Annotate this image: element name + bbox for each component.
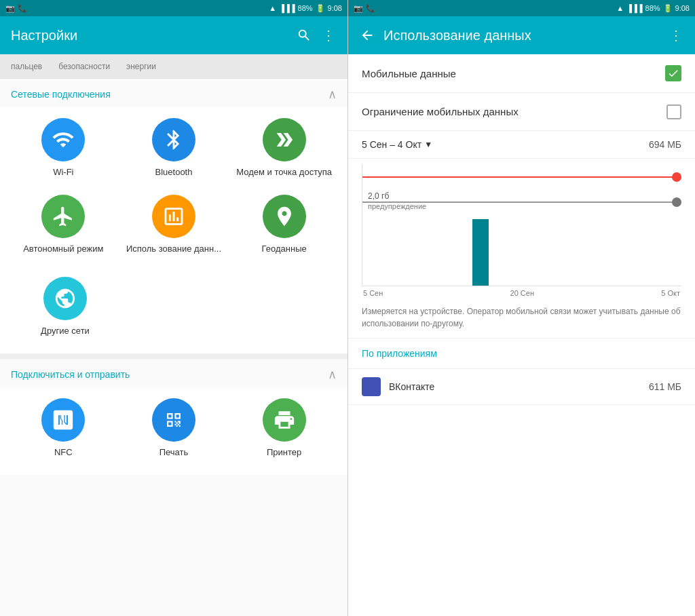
chart-area: 2,0 гб предупреждение 5 Сен 20 Сен 5 Окт bbox=[348, 159, 695, 297]
x-label-3: 5 Окт bbox=[661, 289, 680, 297]
status-bar-left: 📷 📞 ▲ ▐▐▐ 88% 🔋 9:08 bbox=[0, 0, 348, 16]
scan-cell[interactable]: Печать bbox=[121, 393, 227, 464]
connect-section-header: Подключиться и отправить ∧ bbox=[0, 359, 348, 387]
toolbar-right: Использование данных ⋮ bbox=[348, 16, 695, 54]
wifi-status-r: ▲ bbox=[616, 4, 624, 12]
chart-x-axis: 5 Сен 20 Сен 5 Окт bbox=[362, 289, 681, 297]
toolbar-title-left: Настройки bbox=[11, 28, 288, 43]
x-label-2: 20 Сен bbox=[510, 289, 534, 297]
bluetooth-icon-circle[interactable] bbox=[152, 118, 195, 161]
print-icon-circle[interactable] bbox=[263, 398, 306, 442]
info-text: Измеряется на устройстве. Оператор мобил… bbox=[348, 297, 695, 339]
bluetooth-cell[interactable]: Bluetooth bbox=[121, 113, 227, 184]
vkontakte-name: ВКонтакте bbox=[389, 381, 641, 392]
by-apps-link[interactable]: По приложениям bbox=[348, 339, 695, 369]
red-limit-line bbox=[362, 176, 681, 178]
x-label-1: 5 Сен bbox=[363, 289, 383, 297]
red-limit-dot bbox=[672, 172, 681, 182]
datausage-label: Исполь зование данн... bbox=[126, 244, 221, 255]
status-bar-right: 📷 📞 ▲ ▐▐▐ 88% 🔋 9:08 bbox=[348, 0, 695, 16]
total-data-size: 694 МБ bbox=[649, 139, 681, 150]
signal-bars: ▐▐▐ bbox=[279, 4, 295, 12]
other-networks-cell[interactable]: Другие сети bbox=[11, 271, 119, 343]
toolbar-title-right: Использование данных bbox=[383, 28, 660, 43]
datausage-cell[interactable]: Исполь зование данн... bbox=[121, 189, 227, 261]
phone-icon: 📞 bbox=[18, 4, 27, 13]
geodata-icon-circle[interactable] bbox=[263, 195, 306, 238]
limit-data-label: Ограничение мобильных данных bbox=[362, 106, 666, 117]
nfc-cell[interactable]: NFC bbox=[11, 393, 116, 464]
chevron-up-icon-2: ∧ bbox=[328, 367, 337, 382]
vkontakte-size: 611 МБ bbox=[649, 381, 681, 392]
bluetooth-label: Bluetooth bbox=[155, 167, 193, 178]
network-section-title: Сетевые подключения bbox=[11, 89, 111, 100]
vkontakte-icon bbox=[362, 377, 381, 396]
modem-icon-circle[interactable] bbox=[263, 118, 306, 161]
more-button-left[interactable]: ⋮ bbox=[320, 27, 337, 43]
mobile-data-label: Мобильные данные bbox=[362, 68, 665, 79]
modem-cell[interactable]: Модем и точка доступа bbox=[231, 113, 337, 184]
more-button-right[interactable]: ⋮ bbox=[668, 27, 684, 43]
back-button[interactable] bbox=[359, 27, 375, 43]
search-button[interactable] bbox=[296, 27, 312, 43]
battery-percent: 88% bbox=[298, 4, 313, 12]
chart-bar-1 bbox=[472, 219, 489, 286]
chevron-up-icon: ∧ bbox=[328, 87, 337, 102]
airplane-icon-circle[interactable] bbox=[41, 195, 85, 238]
scan-icon-circle[interactable] bbox=[152, 398, 195, 442]
battery-percent-r: 88% bbox=[645, 4, 660, 12]
print-cell[interactable]: Принтер bbox=[231, 393, 337, 464]
date-range-label: 5 Сен – 4 Окт ▼ bbox=[362, 139, 649, 150]
chart-2gb-label: 2,0 гб bbox=[368, 191, 389, 201]
section-divider bbox=[0, 353, 348, 359]
left-scroll: Сетевые подключения ∧ Wi-Fi Bluetooth bbox=[0, 79, 348, 616]
right-panel: 📷 📞 ▲ ▐▐▐ 88% 🔋 9:08 Использование данны… bbox=[348, 0, 695, 616]
date-range-row[interactable]: 5 Сен – 4 Окт ▼ 694 МБ bbox=[348, 131, 695, 159]
date-dropdown-icon: ▼ bbox=[424, 140, 432, 149]
breadcrumb-fingers: пальцев bbox=[11, 62, 42, 71]
datausage-icon-circle[interactable] bbox=[152, 195, 195, 238]
wifi-label: Wi-Fi bbox=[53, 167, 73, 178]
airplane-label: Автономный режим bbox=[23, 244, 103, 255]
mobile-data-row[interactable]: Мобильные данные bbox=[348, 54, 695, 93]
battery-icon-r: 🔋 bbox=[663, 4, 673, 13]
breadcrumb-energy: энергии bbox=[126, 62, 156, 71]
breadcrumb-bar: пальцев безопасности энергии bbox=[0, 54, 348, 79]
toolbar-left: Настройки ⋮ bbox=[0, 16, 348, 54]
nfc-label: NFC bbox=[54, 447, 73, 459]
network-section-header: Сетевые подключения ∧ bbox=[0, 79, 348, 107]
mobile-data-checkbox[interactable] bbox=[665, 65, 681, 81]
other-networks-label: Другие сети bbox=[41, 326, 90, 337]
limit-data-row[interactable]: Ограничение мобильных данных bbox=[348, 93, 695, 131]
geodata-cell[interactable]: Геоданные bbox=[231, 189, 337, 261]
nfc-icon-circle[interactable] bbox=[41, 398, 85, 442]
airplane-cell[interactable]: Автономный режим bbox=[11, 189, 116, 261]
network-icon-grid: Wi-Fi Bluetooth Модем и точка доступа bbox=[0, 107, 348, 271]
scan-label: Печать bbox=[159, 447, 189, 459]
geodata-label: Геоданные bbox=[262, 244, 307, 255]
limit-data-checkbox[interactable] bbox=[666, 104, 681, 119]
left-panel: 📷 📞 ▲ ▐▐▐ 88% 🔋 9:08 Настройки ⋮ пальцев… bbox=[0, 0, 348, 616]
phone-icon-r: 📞 bbox=[366, 4, 375, 13]
breadcrumb-security: безопасности bbox=[58, 62, 110, 71]
other-networks-icon-circle[interactable] bbox=[43, 277, 87, 320]
right-content: Мобильные данные Ограничение мобильных д… bbox=[348, 54, 695, 616]
time-left: 9:08 bbox=[328, 4, 342, 12]
connect-icon-grid: NFC Печать Принтер bbox=[0, 387, 348, 475]
signal-bars-r: ▐▐▐ bbox=[626, 4, 642, 12]
time-right: 9:08 bbox=[675, 4, 690, 12]
wifi-icon-circle[interactable] bbox=[41, 118, 85, 161]
data-chart: 2,0 гб предупреждение bbox=[362, 164, 681, 286]
call-icon-r: 📷 bbox=[354, 4, 363, 13]
chart-warning-label: предупреждение bbox=[368, 202, 426, 210]
wifi-cell[interactable]: Wi-Fi bbox=[11, 113, 116, 184]
modem-label: Модем и точка доступа bbox=[236, 167, 332, 178]
app-row-vkontakte[interactable]: ВКонтакте 611 МБ bbox=[348, 369, 695, 405]
print-label: Принтер bbox=[267, 447, 301, 459]
gray-warning-dot bbox=[672, 197, 681, 207]
battery-icon: 🔋 bbox=[316, 4, 325, 13]
connect-section-title: Подключиться и отправить bbox=[11, 369, 130, 380]
call-icon: 📷 bbox=[5, 4, 15, 13]
wifi-status: ▲ bbox=[269, 4, 276, 12]
